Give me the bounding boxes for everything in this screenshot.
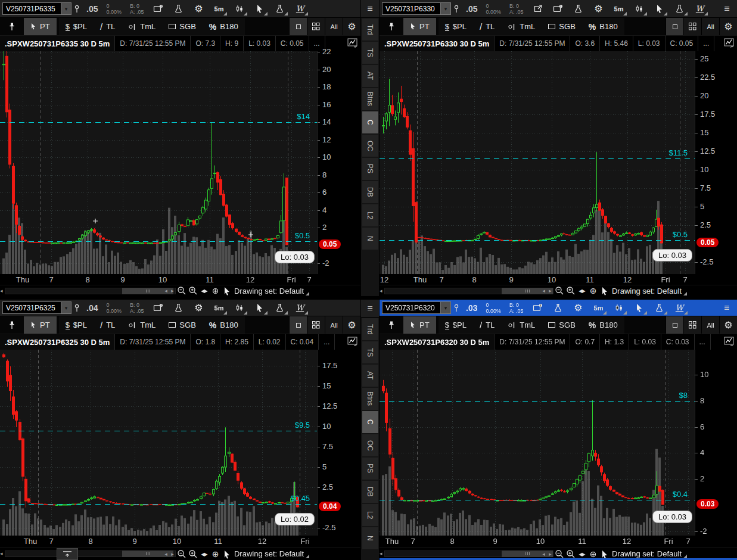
pt-button[interactable]: PT: [24, 18, 57, 35]
symbol-link-icon[interactable]: [73, 2, 81, 16]
pan-right-icon[interactable]: ▸: [547, 285, 553, 296]
tl-button[interactable]: /TL: [94, 18, 122, 35]
sgb-button[interactable]: SGB: [162, 316, 202, 334]
expand-timeline-button[interactable]: [57, 548, 78, 560]
drawings-icon[interactable]: W: [672, 301, 688, 315]
header-more[interactable]: ...: [698, 36, 714, 51]
chart-style-icon[interactable]: [724, 38, 735, 49]
time-axis[interactable]: Thu789101112Fri7: [380, 536, 737, 547]
crosshair-target-icon[interactable]: ⊕: [587, 285, 599, 296]
time-axis[interactable]: 12Thu789101112Fri7: [380, 274, 737, 285]
b180-button[interactable]: %B180: [582, 18, 624, 35]
side-tab-c[interactable]: C: [362, 111, 378, 133]
spl-button[interactable]: $$PL: [439, 316, 473, 334]
pan-left-icon[interactable]: ◂: [163, 285, 169, 296]
pan-right-icon[interactable]: ▸: [169, 549, 176, 559]
price-chart-canvas[interactable]: [0, 51, 317, 274]
side-tab-db[interactable]: DB: [362, 181, 378, 203]
scroll-left-icon[interactable]: ◂: [380, 550, 383, 556]
fit-width-icon[interactable]: ◀▶: [198, 549, 210, 559]
pin-icon[interactable]: [380, 18, 403, 35]
pt-button[interactable]: PT: [403, 18, 436, 35]
chart-notes-icon[interactable]: [151, 301, 166, 315]
cursor-tool-icon[interactable]: [252, 301, 268, 315]
menu-icon[interactable]: ≡: [719, 2, 735, 16]
time-axis[interactable]: Thu789101112Fri: [0, 536, 360, 547]
pin-icon[interactable]: [0, 18, 24, 35]
grid-layout-button[interactable]: [307, 18, 325, 35]
cursor-tool-icon[interactable]: [252, 2, 268, 16]
studies-flask-icon[interactable]: [171, 301, 186, 315]
patterns-icon[interactable]: [632, 2, 647, 16]
strategies-flask-icon[interactable]: [272, 2, 288, 16]
tml-button[interactable]: TmL: [501, 18, 542, 35]
strategies-flask-icon[interactable]: [672, 2, 688, 16]
symbol-dropdown-button[interactable]: ▾: [441, 301, 451, 314]
chart-style-icon[interactable]: [724, 337, 735, 348]
cursor-tool-icon[interactable]: [652, 2, 667, 16]
timeframe-button[interactable]: 5m: [212, 2, 227, 16]
side-tab-ts[interactable]: TS: [362, 42, 378, 64]
timeframe-button[interactable]: 5m: [591, 301, 607, 315]
chart-settings-gear-icon[interactable]: ⚙: [191, 2, 207, 16]
b180-button[interactable]: %B180: [203, 18, 245, 35]
zoom-in-icon[interactable]: [565, 285, 576, 296]
cursor-tool-icon[interactable]: [632, 301, 647, 315]
all-button[interactable]: All: [325, 18, 343, 35]
price-level-label[interactable]: $9.5: [295, 421, 310, 430]
drawing-set-label[interactable]: Drawing set: Default: [612, 549, 687, 558]
header-more[interactable]: ...: [695, 334, 711, 350]
price-axis[interactable]: 17.51512.5107.552.5-2.50.04: [317, 350, 360, 536]
pin-icon[interactable]: [0, 316, 24, 334]
side-tab-n[interactable]: N: [362, 228, 378, 250]
menu-icon[interactable]: ≡: [361, 0, 379, 18]
price-level-label[interactable]: $14: [297, 112, 310, 121]
drawings-icon[interactable]: W: [293, 301, 308, 315]
tml-button[interactable]: TmL: [122, 316, 162, 334]
chart-settings-gear-icon[interactable]: ⚙: [591, 2, 607, 16]
side-tab-l2[interactable]: L2: [362, 504, 378, 526]
drawing-set-label[interactable]: Drawing set: Default: [234, 549, 309, 558]
sgb-button[interactable]: SGB: [542, 18, 581, 35]
spl-button[interactable]: $$PL: [59, 316, 94, 334]
grid-layout-button[interactable]: [683, 18, 701, 35]
all-button[interactable]: All: [701, 18, 719, 35]
price-chart-canvas[interactable]: [0, 350, 317, 536]
side-tab-n[interactable]: N: [362, 527, 378, 549]
side-tab-oc[interactable]: OC: [362, 434, 378, 456]
fit-width-icon[interactable]: ◀▶: [198, 285, 210, 296]
grid-layout-button[interactable]: [683, 316, 701, 334]
side-tab-trd[interactable]: Trd: [362, 318, 378, 340]
pointer-mode-icon[interactable]: [221, 549, 232, 559]
maximize-button[interactable]: [289, 316, 307, 334]
scroll-left-icon[interactable]: ◂: [380, 288, 383, 294]
drawings-icon[interactable]: W: [293, 2, 308, 16]
all-button[interactable]: All: [325, 316, 343, 334]
sgb-button[interactable]: SGB: [162, 18, 202, 35]
tl-button[interactable]: /TL: [473, 18, 501, 35]
price-level-label[interactable]: $11.5: [668, 148, 688, 157]
side-tab-c[interactable]: C: [362, 411, 378, 433]
symbol-dropdown-button[interactable]: ▾: [61, 301, 71, 314]
timeframe-button[interactable]: 5m: [611, 2, 627, 16]
b180-button[interactable]: %B180: [203, 316, 245, 334]
zoom-out-icon[interactable]: [553, 285, 565, 296]
price-chart-canvas[interactable]: [380, 51, 695, 274]
side-tab-ts[interactable]: TS: [362, 341, 378, 363]
side-tab-btns[interactable]: Btns: [362, 388, 378, 410]
pin-icon[interactable]: [380, 316, 403, 334]
scroll-left-icon[interactable]: ◂: [0, 550, 3, 556]
menu-icon[interactable]: ≡: [719, 301, 735, 315]
price-level-label[interactable]: $0.5: [295, 231, 310, 240]
symbol-link-icon[interactable]: [73, 301, 81, 315]
header-more[interactable]: ...: [319, 334, 335, 350]
price-axis[interactable]: 108642-20.03: [695, 350, 737, 536]
time-axis[interactable]: Thu789101112Fri7: [0, 274, 360, 285]
crosshair-target-icon[interactable]: ⊕: [210, 549, 221, 559]
zoom-in-icon[interactable]: [187, 285, 198, 296]
side-tab-db[interactable]: DB: [362, 481, 378, 503]
symbol-input[interactable]: V250731P6335: [2, 2, 61, 15]
strategies-flask-icon[interactable]: [652, 301, 667, 315]
tl-button[interactable]: /TL: [473, 316, 501, 334]
price-level-label[interactable]: $0.5: [673, 230, 688, 239]
